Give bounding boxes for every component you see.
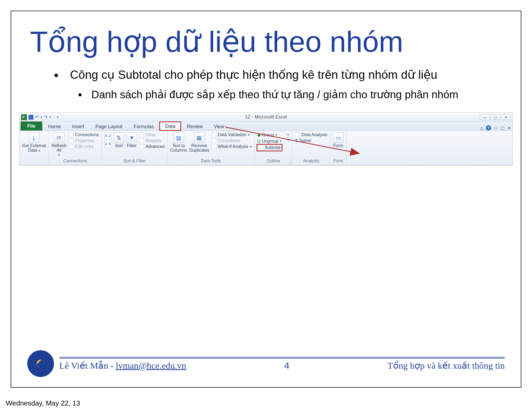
form-icon: ▭ [333, 132, 344, 143]
chevron-down-icon: ▾ [250, 145, 252, 148]
group-label-sortfilter: Sort & Filter [104, 158, 165, 164]
filter-icon: ▼ [126, 132, 137, 143]
bullet-sublist: Danh sách phải được sắp xếp theo thứ tự … [30, 87, 502, 102]
data-analysis-button[interactable]: Data Analysis [295, 132, 327, 137]
tab-formulas[interactable]: Formulas [128, 122, 159, 131]
group-label-outline: Outline [257, 158, 290, 164]
group-analysis: Data Analysis ?Solver Analysis [292, 131, 330, 165]
group-label-datatools: Data Tools [170, 158, 252, 164]
tab-review[interactable]: Review [181, 122, 208, 131]
chevron-down-icon: ▾ [58, 153, 60, 157]
redo-icon[interactable]: ↷ [44, 114, 48, 120]
datatools-list: Data Validation ▾ Consolidate What-If An… [211, 132, 252, 149]
qat-customize-icon[interactable]: ≡ [57, 115, 59, 119]
footer-topic: Tổng hợp và kết xuất thông tin [387, 360, 505, 371]
filter-button[interactable]: ▼ Filter [126, 132, 137, 148]
presentation-date: Wednesday, May 22, 13 [6, 399, 80, 407]
outline-dialog-launcher-icon[interactable]: ↘ [288, 161, 292, 164]
slide-title: Tổng hợp dữ liệu theo nhóm [30, 25, 502, 59]
outline-expand: ⁺≡ ⁻≡ [285, 132, 289, 142]
group-label-external [22, 158, 46, 160]
outline-list: ◆Group ▾ ◇Ungroup ▾ Subtotal [257, 132, 282, 151]
undo-dropdown-icon[interactable]: ▾ [41, 115, 42, 119]
doc-close-icon[interactable]: ✕ [507, 125, 511, 131]
quick-access-toolbar: ↶ ▾ ↷ ▾ ≡ [20, 114, 59, 120]
group-outline: ◆Group ▾ ◇Ungroup ▾ Subtotal ⁺≡ ⁻≡ Outli… [255, 131, 293, 165]
save-icon[interactable] [29, 115, 33, 120]
clear-filter-button[interactable]: Clear [139, 132, 165, 137]
tab-data[interactable]: Data [160, 122, 181, 131]
tab-file[interactable]: File [21, 121, 42, 131]
chevron-down-icon: ▾ [275, 133, 277, 137]
validation-icon [211, 132, 216, 137]
footer-rule-bottom [59, 358, 505, 359]
edit-links-button[interactable]: Edit Links [69, 144, 99, 149]
chevron-down-icon: ▾ [38, 149, 40, 152]
clear-icon [139, 132, 144, 137]
bullet-level1: Công cụ Subtotal cho phép thực hiện thốn… [54, 67, 502, 82]
consolidate-button[interactable]: Consolidate [211, 138, 252, 143]
tab-view[interactable]: View [208, 122, 230, 131]
text-to-columns-label: Text toColumns [170, 144, 187, 153]
tab-page-layout[interactable]: Page Layout [90, 122, 128, 131]
solver-icon: ? [295, 138, 298, 143]
ungroup-button[interactable]: ◇Ungroup ▾ [257, 139, 282, 144]
advanced-icon [139, 144, 144, 149]
excel-app-icon [21, 114, 27, 120]
footer-page-number: 4 [284, 360, 289, 371]
refresh-all-button[interactable]: ⟳ RefreshAll ▾ [52, 132, 67, 157]
form-button[interactable]: ▭ Form [333, 132, 344, 148]
bullet-level2: Danh sách phải được sắp xếp theo thứ tự … [78, 87, 502, 102]
help-icon[interactable]: ? [486, 125, 491, 131]
sort-button[interactable]: ⇅ Sort [114, 132, 124, 148]
show-detail-button[interactable]: ⁺≡ [285, 132, 289, 137]
sort-label: Sort [115, 144, 123, 148]
sort-za-button[interactable]: Z↓A [104, 140, 111, 147]
sort-quick-buttons: A↓Z Z↓A [104, 132, 111, 147]
properties-button[interactable]: Properties [69, 138, 99, 143]
data-analysis-icon [295, 132, 300, 137]
tab-insert[interactable]: Insert [67, 122, 90, 131]
redo-dropdown-icon[interactable]: ▾ [49, 115, 51, 119]
group-label-analysis: Analysis [295, 158, 327, 164]
ungroup-icon: ◇ [257, 139, 261, 144]
slide-footer: Lê Viết Mẫn - lvman@hce.edu.vn 4 Tổng hợ… [27, 350, 505, 377]
doc-restore-icon[interactable]: ▢ [501, 125, 505, 131]
advanced-filter-button[interactable]: Advanced [139, 144, 165, 149]
group-button[interactable]: ◆Group ▾ [257, 132, 282, 137]
footer-author-email[interactable]: lvman@hce.edu.vn [116, 361, 186, 371]
window-restore-icon[interactable]: ▢ [491, 114, 500, 120]
bullet-list: Công cụ Subtotal cho phép thực hiện thốn… [30, 67, 502, 82]
subtotal-button[interactable]: Subtotal [257, 145, 282, 151]
group-label-form: Form [333, 158, 344, 164]
connections-button[interactable]: Connections [69, 132, 99, 137]
window-close-icon[interactable]: ✕ [501, 114, 511, 120]
data-validation-button[interactable]: Data Validation ▾ [211, 132, 252, 137]
properties-icon [69, 138, 73, 143]
undo-icon[interactable]: ↶ [35, 114, 39, 120]
whatif-icon [211, 144, 216, 149]
footer-author: Lê Viết Mẫn - lvman@hce.edu.vn [59, 360, 186, 371]
ribbon-body: ⭳ Get ExternalData ▾ ⟳ RefreshAll ▾ Conn… [20, 131, 512, 165]
hide-detail-button[interactable]: ⁻≡ [285, 138, 289, 142]
group-data-tools: ▤ Text toColumns ▦ RemoveDuplicates Data… [168, 131, 255, 165]
chevron-down-icon: ▾ [280, 139, 282, 143]
reapply-filter-button[interactable]: Reapply [139, 138, 165, 143]
qat-separator [54, 114, 54, 120]
remove-duplicates-button[interactable]: ▦ RemoveDuplicates [189, 132, 209, 153]
solver-button[interactable]: ?Solver [295, 138, 327, 143]
excel-ribbon-screenshot: ↶ ▾ ↷ ▾ ≡ 12 - Microsoft Excel — ▢ ✕ Fil… [19, 112, 513, 166]
whatif-button[interactable]: What-If Analysis ▾ [211, 144, 252, 149]
ribbon-tabs: File Home Insert Page Layout Formulas Da… [20, 122, 512, 131]
sort-az-button[interactable]: A↓Z [104, 132, 111, 139]
window-controls: — ▢ ✕ [480, 114, 511, 120]
minimize-ribbon-icon[interactable]: △ [480, 125, 483, 131]
get-external-data-button[interactable]: ⭳ Get ExternalData ▾ [22, 132, 46, 153]
window-minimize-icon[interactable]: — [480, 114, 490, 120]
tab-home[interactable]: Home [43, 122, 66, 131]
consolidate-icon [211, 138, 216, 143]
chevron-down-icon: ▾ [248, 133, 250, 137]
reapply-icon [139, 138, 144, 143]
doc-minimize-icon[interactable]: — [494, 125, 498, 130]
text-to-columns-button[interactable]: ▤ Text toColumns [170, 132, 187, 153]
